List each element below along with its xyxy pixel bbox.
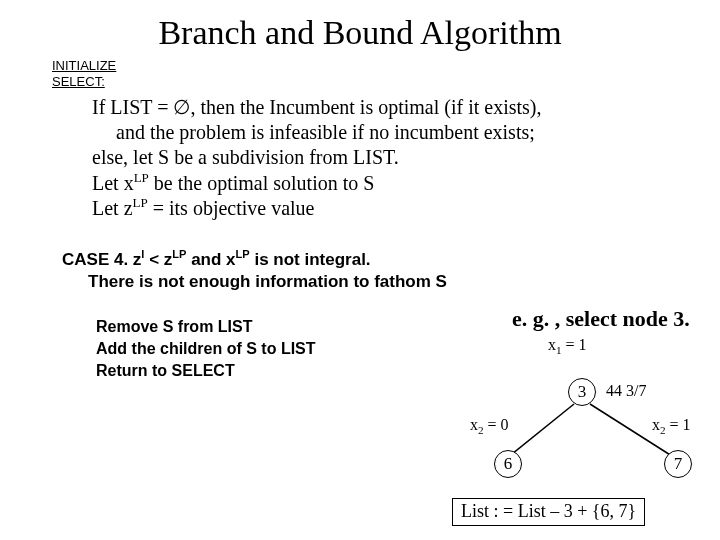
text: If LIST = [92,96,173,118]
initialize-label: INITIALIZE [52,58,720,74]
select-label: SELECT: [52,74,720,90]
svg-line-0 [507,404,574,458]
root-value-label: 44 3/7 [606,382,646,400]
superscript: LP [236,248,250,260]
case-4-line-1: CASE 4. zI < zLP and xLP is not integral… [62,247,720,272]
superscript: LP [134,170,149,185]
select-line-1: If LIST = ∅, then the Incumbent is optim… [92,95,680,120]
left-edge-label: x2 = 0 [470,416,509,436]
text: Let x [92,171,134,193]
select-line-5: Let zLP = its objective value [92,195,680,221]
text: and x [186,249,235,268]
example-heading: e. g. , select node 3. [512,306,690,332]
text: = 1 [562,336,587,353]
list-update-box: List : = List – 3 + {6, 7} [452,498,645,526]
text: x [470,416,478,433]
empty-set-symbol: ∅ [173,96,190,118]
select-line-2: and the problem is infeasible if no incu… [92,120,680,145]
example-tree: x1 = 1 3 44 3/7 x2 = 0 x2 = 1 6 7 [440,330,710,500]
case-4-line-2: There is not enough information to fatho… [62,271,720,294]
tree-node-root: 3 [568,378,596,406]
select-line-4: Let xLP be the optimal solution to S [92,170,680,196]
text: = 0 [484,416,509,433]
text: = 1 [666,416,691,433]
select-body: If LIST = ∅, then the Incumbent is optim… [92,95,680,221]
text: , then the Incumbent is optimal (if it e… [190,96,541,118]
superscript: LP [172,248,186,260]
select-line-3: else, let S be a subdivision from LIST. [92,145,680,170]
case-4-block: CASE 4. zI < zLP and xLP is not integral… [62,247,720,295]
text: Let z [92,197,133,219]
text: CASE 4. z [62,249,141,268]
tree-node-left: 6 [494,450,522,478]
root-incoming-label: x1 = 1 [548,336,587,356]
text: be the optimal solution to S [149,171,375,193]
text: x [652,416,660,433]
right-edge-label: x2 = 1 [652,416,691,436]
text: = its objective value [148,197,315,219]
page-title: Branch and Bound Algorithm [0,14,720,52]
text: < z [144,249,172,268]
text: x [548,336,556,353]
tree-node-right: 7 [664,450,692,478]
superscript: LP [133,195,148,210]
phase-labels: INITIALIZE SELECT: [52,58,720,91]
text: is not integral. [250,249,371,268]
